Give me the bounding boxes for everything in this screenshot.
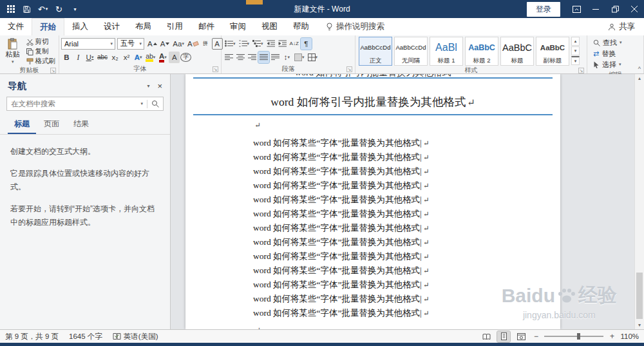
scroll-up-arrow[interactable]: ▴ — [635, 75, 644, 81]
ribbon-display-options-button[interactable] — [567, 0, 586, 18]
restore-button[interactable] — [605, 0, 625, 18]
style-card-标题 1[interactable]: AaBl标题 1 — [430, 37, 463, 66]
character-shading-button[interactable]: A — [169, 52, 180, 63]
style-card-标题[interactable]: AaBbC标题 — [500, 37, 534, 66]
vertical-scrollbar[interactable]: ▴ ▾ — [634, 74, 644, 329]
shading-button[interactable]: ▾ — [293, 52, 306, 63]
decrease-indent-button[interactable] — [265, 38, 276, 50]
collapse-ribbon-button[interactable]: ^ — [638, 66, 641, 72]
change-case-button[interactable]: Aa▾ — [171, 38, 185, 50]
align-center-button[interactable] — [235, 52, 246, 63]
document-heading[interactable]: word 如何将引号内批量替换为其他格式↵ — [193, 94, 553, 115]
shrink-font-button[interactable]: A — [159, 38, 171, 50]
align-left-button[interactable] — [223, 52, 234, 63]
document-line[interactable]: word 如何将某些“字体”批量替换为其他格式|↵ — [253, 150, 560, 164]
superscript-button[interactable]: x² — [121, 52, 132, 63]
show-marks-button[interactable]: ¶ — [301, 38, 312, 50]
document-line[interactable]: word 如何将某些“字体”批量替换为其他格式|↵ — [253, 178, 560, 193]
navpane-tab-页面[interactable]: 页面 — [37, 116, 66, 134]
paragraph-dialog-launcher[interactable]: ↘ — [346, 66, 352, 72]
undo-button[interactable]: ↶▾ — [35, 0, 51, 18]
zoom-level[interactable]: 110% — [620, 332, 639, 340]
phonetic-guide-button[interactable]: 拼 — [200, 38, 211, 50]
tab-帮助[interactable]: 帮助 — [285, 18, 317, 35]
sort-button[interactable]: A↓Z — [289, 38, 300, 50]
format-painter-button[interactable]: 格式刷 — [25, 57, 57, 66]
tab-设计[interactable]: 设计 — [96, 18, 128, 35]
font-dialog-launcher[interactable]: ↘ — [213, 66, 218, 72]
zoom-in-button[interactable]: + — [608, 332, 616, 341]
app-menu-icon[interactable] — [3, 0, 19, 18]
grow-font-button[interactable]: A — [146, 38, 158, 50]
bullets-button[interactable]: ▾ — [223, 38, 237, 50]
clipboard-dialog-launcher[interactable]: ↘ — [50, 68, 56, 73]
replace-button[interactable]: ⇄ 替换 — [593, 49, 616, 58]
close-button[interactable] — [625, 0, 644, 18]
minimize-button[interactable] — [586, 0, 605, 18]
word-count[interactable]: 1645 个字 — [69, 332, 102, 341]
increase-indent-button[interactable] — [277, 38, 288, 50]
bold-button[interactable]: B — [61, 52, 72, 63]
document-line[interactable]: word 如何将某些“字体”批量替换为其他格式|↵ — [253, 207, 560, 221]
numbering-button[interactable]: ▾ — [238, 38, 251, 50]
print-layout-button[interactable] — [497, 331, 510, 342]
empty-paragraph[interactable]: ↵ — [253, 119, 560, 131]
tab-邮件[interactable]: 邮件 — [191, 18, 222, 35]
line-spacing-button[interactable]: ↕▾ — [281, 52, 292, 63]
login-button[interactable]: 登录 — [527, 2, 560, 17]
tab-插入[interactable]: 插入 — [64, 18, 96, 35]
styles-scroll-up-button[interactable]: ▴ — [571, 37, 580, 46]
distribute-button[interactable] — [270, 52, 281, 63]
justify-button[interactable] — [258, 52, 269, 63]
document-line[interactable]: word 如何将某些“字体”批量替换为其他格式|↵ — [253, 235, 560, 249]
navpane-tab-结果[interactable]: 结果 — [67, 116, 95, 134]
style-card-无间隔[interactable]: AaBbCcDd无间隔 — [394, 37, 428, 66]
tab-开始[interactable]: 开始 — [32, 18, 64, 35]
page-indicator[interactable]: 第 9 页，共 9 页 — [5, 332, 59, 341]
strikethrough-button[interactable]: abc — [96, 52, 109, 63]
document-line[interactable]: word 如何将某些“字体”批量替换为其他格式|↵ — [253, 136, 560, 150]
multilevel-list-button[interactable]: ▾ — [251, 38, 265, 50]
zoom-slider[interactable] — [544, 332, 603, 340]
style-card-标题 2[interactable]: AaBbC标题 2 — [465, 37, 498, 66]
cut-button[interactable]: 剪切 — [25, 37, 57, 46]
borders-button[interactable]: ▾ — [307, 52, 319, 63]
font-size-select[interactable]: 五号▾ — [117, 38, 144, 50]
customize-qat-button[interactable]: ▾ — [67, 0, 83, 18]
align-right-button[interactable] — [247, 52, 258, 63]
paste-button[interactable]: 粘贴 ▾ — [2, 37, 24, 64]
styles-scroll-down-button[interactable]: ▾ — [571, 46, 580, 55]
font-family-select[interactable]: Arial▾ — [61, 38, 115, 50]
search-icon[interactable] — [151, 100, 159, 108]
language-indicator[interactable]: 英语(美国) — [113, 332, 158, 341]
document-line[interactable]: word 如何将某些“字体”批量替换为其他格式|↵ — [253, 264, 560, 278]
navpane-tab-标题[interactable]: 标题 — [8, 116, 36, 134]
share-button[interactable]: 共享 — [599, 18, 644, 35]
tab-审阅[interactable]: 审阅 — [222, 18, 254, 35]
web-layout-button[interactable] — [515, 331, 527, 342]
enclose-characters-button[interactable]: 字 — [180, 53, 191, 62]
text-effects-button[interactable]: A▾ — [133, 52, 144, 63]
copy-button[interactable]: 复制 — [25, 47, 57, 56]
tab-file[interactable]: 文件 — [0, 18, 32, 35]
search-options-caret-icon[interactable]: ▾ — [140, 101, 143, 106]
styles-dialog-launcher[interactable]: ↘ — [578, 68, 584, 73]
document-line[interactable]: word 如何将某些“字体”批量替换为其他格式|↵ — [253, 193, 560, 207]
empty-paragraph[interactable]: ↵ — [253, 324, 560, 329]
scroll-down-arrow[interactable]: ▾ — [635, 322, 644, 328]
clear-formatting-button[interactable]: A — [186, 38, 200, 50]
style-card-正文[interactable]: AaBbCcDd正文 — [359, 37, 392, 66]
font-color-button[interactable]: A▾ — [157, 52, 168, 63]
style-card-副标题[interactable]: AaBbC副标题 — [536, 37, 569, 66]
subscript-button[interactable]: x₂ — [109, 52, 120, 63]
styles-more-button[interactable]: ▾ — [571, 56, 580, 65]
underline-button[interactable]: U▾ — [84, 52, 95, 63]
read-mode-button[interactable] — [480, 331, 493, 342]
scrollbar-thumb[interactable] — [636, 273, 643, 319]
document-line[interactable]: word 如何将某些“字体”批量替换为其他格式|↵ — [253, 164, 560, 178]
tab-视图[interactable]: 视图 — [254, 18, 285, 35]
zoom-thumb[interactable] — [577, 333, 580, 340]
redo-button[interactable]: ↻ — [51, 0, 67, 18]
select-button[interactable]: 选择 ▾ — [593, 60, 621, 69]
find-button[interactable]: 查找 ▾ — [593, 38, 622, 47]
